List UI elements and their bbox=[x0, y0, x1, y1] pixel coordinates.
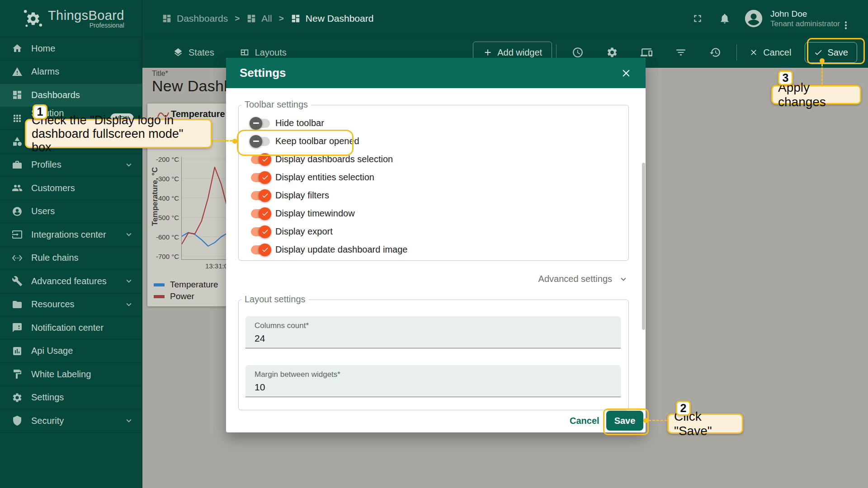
breadcrumb-separator: > bbox=[279, 14, 284, 23]
toggle-display-timewindow[interactable] bbox=[251, 209, 270, 218]
dashboards-icon bbox=[12, 89, 23, 100]
chevron-down-icon bbox=[618, 274, 628, 284]
chevron-down-icon bbox=[124, 276, 134, 286]
user-role: Tenant administrator bbox=[770, 19, 840, 28]
field-value: 24 bbox=[255, 333, 265, 344]
sidebar-item-rule-chains[interactable]: Rule chains bbox=[0, 247, 142, 270]
breadcrumb-item-dashboards[interactable]: Dashboards bbox=[162, 13, 228, 24]
dashboards-icon bbox=[291, 14, 301, 23]
annotation-highlight-toolbar-save bbox=[807, 38, 865, 64]
toggle-row-display-export: Display export bbox=[251, 225, 333, 239]
layout-settings-legend: Layout settings bbox=[241, 294, 309, 305]
title-field-label: Title* bbox=[152, 70, 168, 78]
toggle-row-display-timewindow: Display timewindow bbox=[251, 207, 355, 221]
annotation-step1-connector bbox=[212, 140, 232, 141]
fullscreen-icon bbox=[692, 13, 703, 24]
sidebar-item-customers[interactable]: Customers bbox=[0, 177, 142, 200]
cancel-edit-label: Cancel bbox=[763, 47, 791, 58]
sidebar-item-api-usage[interactable]: Api Usage bbox=[0, 340, 142, 363]
sidebar-item-advanced-features[interactable]: Advanced features bbox=[0, 270, 142, 293]
toggle-display-entities-selection[interactable] bbox=[251, 173, 270, 182]
top-bar: Dashboards>All>New Dashboard John Doe Te… bbox=[142, 0, 868, 37]
sidebar-item-label: Notification center bbox=[31, 323, 104, 333]
sidebar-item-home[interactable]: Home bbox=[0, 37, 142, 61]
dialog-title: Settings bbox=[240, 66, 286, 80]
states-icon bbox=[173, 47, 183, 57]
fullscreen-button[interactable] bbox=[692, 13, 703, 24]
sidebar-item-white-labeling[interactable]: White Labeling bbox=[0, 363, 142, 386]
chevron-down-icon bbox=[124, 416, 134, 426]
sidebar-item-security[interactable]: Security bbox=[0, 409, 142, 433]
chevron-down-icon bbox=[124, 160, 134, 170]
badge-icon bbox=[12, 160, 23, 170]
dialog-scrollbar-thumb[interactable] bbox=[642, 163, 645, 330]
tab-states[interactable]: States bbox=[173, 47, 214, 58]
top-bar-actions: John Doe Tenant administrator bbox=[692, 8, 852, 29]
y-tick: -200 °C bbox=[147, 155, 179, 163]
dialog-cancel-button[interactable]: Cancel bbox=[567, 415, 602, 427]
add-widget-label: Add widget bbox=[497, 47, 542, 58]
avatar[interactable] bbox=[743, 8, 764, 29]
breadcrumb-item-all[interactable]: All bbox=[246, 13, 272, 24]
apps-icon bbox=[12, 113, 23, 124]
gear-icon bbox=[12, 392, 23, 403]
plus-icon bbox=[483, 47, 493, 57]
sidebar-item-dashboards[interactable]: Dashboards bbox=[0, 84, 142, 107]
sidebar-item-resources[interactable]: Resources bbox=[0, 293, 142, 317]
toggle-row-display-filters: Display filters bbox=[251, 189, 329, 202]
toggle-hide-toolbar[interactable] bbox=[251, 119, 270, 128]
check-icon bbox=[259, 171, 271, 184]
annotation-step3-number: 3 bbox=[778, 70, 793, 85]
close-icon bbox=[620, 67, 632, 79]
toggle-display-filters[interactable] bbox=[251, 191, 270, 200]
history-icon bbox=[709, 47, 721, 58]
thingsboard-app: ThingsBoard Professional HomeAlarmsDashb… bbox=[0, 0, 868, 488]
sidebar-item-label: White Labeling bbox=[31, 369, 91, 380]
tab-label: Layouts bbox=[255, 47, 287, 58]
sidebar-item-users[interactable]: Users bbox=[0, 200, 142, 224]
breadcrumb-item-new-dashboard[interactable]: New Dashboard bbox=[291, 13, 374, 24]
sidebar-item-settings[interactable]: Settings bbox=[0, 386, 142, 410]
sidebar-item-label: Profiles bbox=[31, 160, 61, 170]
layouts-icon bbox=[240, 47, 250, 57]
toggle-label: Display update dashboard image bbox=[275, 244, 407, 255]
field-columns-count[interactable]: Columns count*24 bbox=[245, 316, 621, 348]
legend-swatch bbox=[154, 295, 165, 298]
toggle-display-export[interactable] bbox=[251, 227, 270, 236]
devices-icon bbox=[641, 47, 652, 58]
integration-icon bbox=[12, 229, 23, 240]
filters-button[interactable] bbox=[669, 42, 693, 63]
minus-icon bbox=[250, 117, 262, 130]
y-tick: -700 °C bbox=[147, 253, 179, 260]
breadcrumb-label: All bbox=[261, 13, 272, 24]
check-icon bbox=[259, 225, 271, 238]
annotation-step3-dot bbox=[820, 58, 825, 63]
field-margin-between-widgets[interactable]: Margin between widgets*10 bbox=[245, 365, 621, 397]
toggle-display-dashboards-selection[interactable] bbox=[251, 155, 270, 164]
annotation-highlight-dialog-save bbox=[603, 408, 649, 435]
sidebar-item-label: Rule chains bbox=[31, 253, 79, 263]
tab-layouts[interactable]: Layouts bbox=[240, 47, 287, 58]
sidebar-item-profiles[interactable]: Profiles bbox=[0, 154, 142, 177]
toggle-display-update-dashboard-image[interactable] bbox=[251, 245, 270, 254]
dashboards-icon bbox=[162, 14, 172, 23]
version-control-button[interactable] bbox=[703, 42, 727, 63]
advanced-settings-label: Advanced settings bbox=[538, 274, 612, 284]
sidebar-item-integrations-center[interactable]: Integrations center bbox=[0, 223, 142, 247]
cancel-edit-button[interactable]: Cancel bbox=[746, 47, 794, 58]
dots-vertical-icon bbox=[840, 19, 852, 31]
dialog-header: Settings bbox=[226, 58, 646, 88]
notifications-button[interactable] bbox=[719, 13, 731, 24]
toggle-label: Display entities selection bbox=[275, 172, 374, 183]
advanced-settings-expander[interactable]: Advanced settings bbox=[538, 274, 628, 284]
sidebar-item-alarms[interactable]: Alarms bbox=[0, 61, 142, 84]
more-menu-button[interactable] bbox=[840, 13, 852, 24]
bell-icon bbox=[719, 13, 731, 24]
user-menu[interactable]: John Doe Tenant administrator bbox=[770, 9, 840, 29]
paint-icon bbox=[12, 369, 23, 380]
close-dialog-button[interactable] bbox=[620, 67, 632, 79]
rulechains-icon bbox=[12, 253, 23, 263]
sidebar-item-notification-center[interactable]: Notification center bbox=[0, 316, 142, 340]
toggle-row-display-entities-selection: Display entities selection bbox=[251, 171, 374, 184]
settings-dialog: Settings Toolbar settings Hide toolbarKe… bbox=[226, 58, 646, 432]
